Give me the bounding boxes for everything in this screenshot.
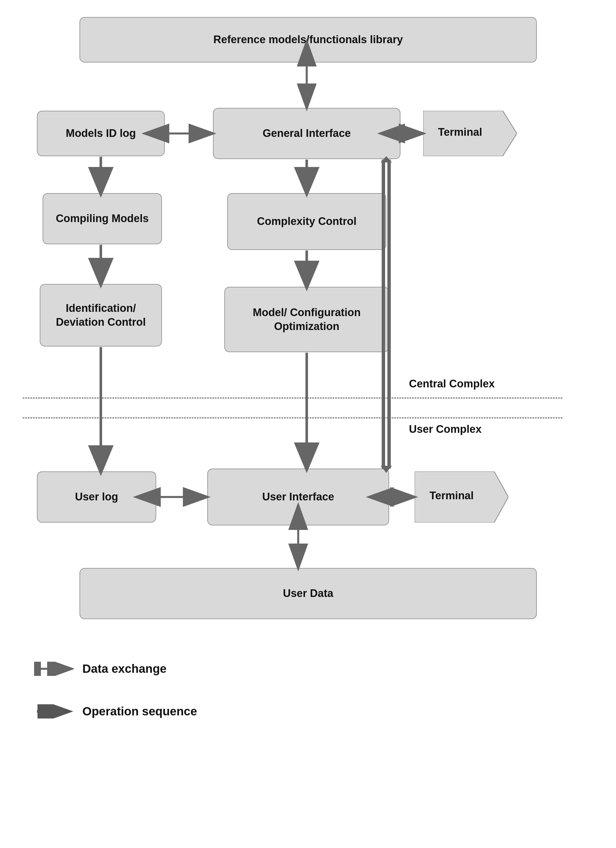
general-interface-box: General Interface [213, 108, 401, 159]
complexity-control-box: Complexity Control [227, 193, 386, 250]
identification-deviation-box: Identification/ Deviation Control [40, 284, 162, 347]
user-log-box: User log [37, 471, 156, 523]
compiling-models-box: Compiling Models [43, 193, 162, 244]
svg-text:Terminal: Terminal [429, 489, 474, 501]
terminal-bottom-box: Terminal [415, 471, 508, 523]
compiling-models-label: Compiling Models [56, 212, 148, 225]
models-id-log-label: Models ID log [66, 126, 136, 140]
reference-library-label: Reference models/functionals library [213, 33, 403, 47]
legend-operation-sequence-label: Operation sequence [82, 704, 197, 718]
user-complex-label: User Complex [409, 423, 482, 435]
user-data-box: User Data [80, 568, 537, 619]
user-interface-box: User Interface [207, 468, 389, 525]
identification-deviation-label: Identification/ Deviation Control [40, 301, 161, 329]
svg-text:Terminal: Terminal [438, 126, 482, 138]
terminal-top-box: Terminal [423, 111, 517, 156]
diagram-container: Reference models/functionals library Mod… [0, 0, 616, 848]
user-data-label: User Data [283, 586, 333, 600]
complexity-control-label: Complexity Control [257, 214, 356, 228]
general-interface-label: General Interface [263, 126, 351, 140]
reference-library-box: Reference models/functionals library [80, 17, 537, 62]
model-configuration-label: Model/ Configuration Optimization [225, 305, 389, 334]
central-complex-label: Central Complex [409, 378, 495, 390]
models-id-log-box: Models ID log [37, 111, 165, 156]
user-interface-label: User Interface [262, 490, 334, 504]
model-configuration-box: Model/ Configuration Optimization [224, 287, 389, 352]
central-complex-divider [23, 397, 562, 399]
user-complex-divider [23, 418, 562, 418]
legend-data-exchange-label: Data exchange [82, 662, 166, 676]
legend-data-exchange: Data exchange [34, 662, 166, 676]
legend-operation-sequence: Operation sequence [34, 704, 197, 719]
user-log-label: User log [75, 490, 118, 504]
